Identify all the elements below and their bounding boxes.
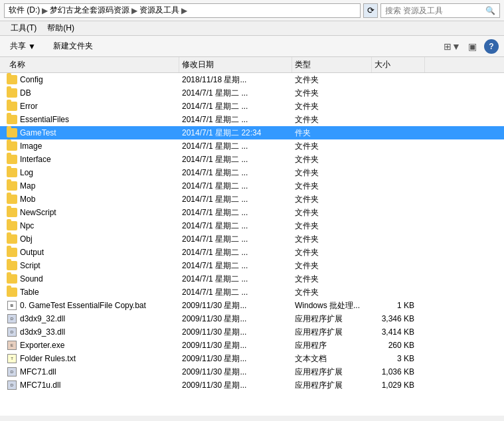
file-name: Folder Rules.txt — [20, 354, 182, 363]
file-size: 260 KB — [375, 341, 428, 350]
address-bar: 软件 (D:) ▶ 梦幻古龙全套源码资源 ▶ 资源及工具 ▶ ⟳ 🔍 — [0, 0, 504, 21]
list-item[interactable]: Interface 2014/7/1 星期二 ... 文件夹 — [0, 153, 504, 166]
list-item[interactable]: Output 2014/7/1 星期二 ... 文件夹 — [0, 246, 504, 259]
pane-toggle-button[interactable]: ▣ — [464, 39, 480, 54]
col-header-size[interactable]: 大小 — [372, 57, 425, 72]
file-icon — [7, 114, 17, 125]
list-item[interactable]: Table 2014/7/1 星期二 ... 文件夹 — [0, 286, 504, 299]
address-path1: 梦幻古龙全套源码资源 — [50, 5, 129, 16]
file-name: Interface — [20, 155, 182, 164]
file-type: 件夹 — [295, 127, 375, 139]
list-item[interactable]: NewScript 2014/7/1 星期二 ... 文件夹 — [0, 206, 504, 219]
file-name: Sound — [20, 274, 182, 284]
file-list[interactable]: Config 2018/11/18 星期... 文件夹 DB 2014/7/1 … — [0, 73, 504, 416]
file-type: 文件夹 — [295, 247, 375, 258]
list-item[interactable]: EssentialFiles 2014/7/1 星期二 ... 文件夹 — [0, 113, 504, 126]
list-item[interactable]: D MFC71.dll 2009/11/30 星期... 应用程序扩展 1,03… — [0, 365, 504, 379]
toolbar-right: ⊞ ▼ ▣ ? — [444, 39, 499, 54]
file-icon — [7, 207, 17, 218]
list-item[interactable]: Script 2014/7/1 星期二 ... 文件夹 — [0, 259, 504, 272]
file-type: 文件夹 — [295, 114, 375, 126]
file-date: 2009/11/30 星期... — [182, 353, 295, 365]
file-icon — [7, 154, 17, 165]
file-icon: D — [7, 313, 17, 324]
list-item[interactable]: E Exporter.exe 2009/11/30 星期... 应用程序 260… — [0, 339, 504, 352]
file-type: 文件夹 — [295, 167, 375, 179]
file-name: MFC71.dll — [20, 367, 182, 377]
file-type: 文件夹 — [295, 194, 375, 205]
list-item[interactable]: Error 2014/7/1 星期二 ... 文件夹 — [0, 100, 504, 113]
share-label: 共享 — [10, 41, 26, 52]
address-software: 软件 (D:) — [9, 5, 40, 16]
col-header-name[interactable]: 名称 — [7, 57, 179, 72]
share-arrow: ▼ — [28, 42, 36, 51]
col-header-type[interactable]: 类型 — [292, 57, 372, 72]
file-date: 2009/11/30 星期... — [182, 300, 295, 311]
file-date: 2009/11/30 星期... — [182, 340, 295, 351]
file-type: 文件夹 — [295, 141, 375, 152]
file-name: Map — [20, 181, 182, 191]
list-item[interactable]: DB 2014/7/1 星期二 ... 文件夹 — [0, 86, 504, 100]
file-icon: E — [7, 340, 17, 351]
file-date: 2014/7/1 星期二 ... — [182, 154, 295, 165]
addr-arrow3: ▶ — [181, 6, 187, 15]
file-name: DB — [20, 88, 182, 98]
list-item[interactable]: T Folder Rules.txt 2009/11/30 星期... 文本文档… — [0, 352, 504, 365]
file-date: 2009/11/30 星期... — [182, 327, 295, 338]
list-item[interactable]: B 0. GameTest EssentialFile Copy.bat 200… — [0, 299, 504, 312]
file-date: 2014/7/1 星期二 ... — [182, 194, 295, 205]
file-type: 应用程序 — [295, 340, 375, 351]
file-icon — [7, 74, 17, 85]
file-date: 2009/11/30 星期... — [182, 313, 295, 325]
addr-arrow1: ▶ — [42, 6, 48, 15]
file-name: d3dx9_32.dll — [20, 314, 182, 323]
view-toggle-button[interactable]: ⊞ ▼ — [444, 39, 460, 54]
search-box[interactable]: 🔍 — [380, 3, 500, 18]
list-item[interactable]: Sound 2014/7/1 星期二 ... 文件夹 — [0, 272, 504, 286]
addr-arrow2: ▶ — [131, 6, 137, 15]
file-date: 2014/7/1 星期二 ... — [182, 207, 295, 218]
list-item[interactable]: GameTest 2014/7/1 星期二 22:34 件夹 — [0, 126, 504, 139]
list-item[interactable]: Npc 2014/7/1 星期二 ... 文件夹 — [0, 219, 504, 232]
list-item[interactable]: Image 2014/7/1 星期二 ... 文件夹 — [0, 139, 504, 153]
new-folder-button[interactable]: 新建文件夹 — [48, 38, 98, 54]
list-item[interactable]: Log 2014/7/1 星期二 ... 文件夹 — [0, 166, 504, 179]
column-headers: 名称 修改日期 类型 大小 — [0, 57, 504, 73]
share-button[interactable]: 共享 ▼ — [5, 38, 41, 54]
list-item[interactable]: D d3dx9_32.dll 2009/11/30 星期... 应用程序扩展 3… — [0, 312, 504, 325]
help-button[interactable]: ? — [484, 39, 499, 54]
file-name: Log — [20, 168, 182, 177]
file-date: 2014/7/1 星期二 ... — [182, 167, 295, 179]
search-icon[interactable]: 🔍 — [485, 6, 495, 15]
list-item[interactable]: Obj 2014/7/1 星期二 ... 文件夹 — [0, 232, 504, 246]
file-name: Obj — [20, 234, 182, 244]
list-item[interactable]: Map 2014/7/1 星期二 ... 文件夹 — [0, 179, 504, 193]
file-date: 2014/7/1 星期二 ... — [182, 141, 295, 152]
refresh-button[interactable]: ⟳ — [363, 3, 378, 18]
file-icon — [7, 194, 17, 205]
col-header-date[interactable]: 修改日期 — [179, 57, 292, 72]
file-icon: B — [7, 300, 17, 311]
file-type: Windows 批处理... — [295, 300, 375, 311]
file-size: 3 KB — [375, 354, 428, 363]
file-icon — [7, 260, 17, 271]
file-date: 2014/7/1 星期二 ... — [182, 88, 295, 99]
list-item[interactable]: D MFC71u.dll 2009/11/30 星期... 应用程序扩展 1,0… — [0, 379, 504, 392]
file-icon — [7, 220, 17, 231]
list-item[interactable]: D d3dx9_33.dll 2009/11/30 星期... 应用程序扩展 3… — [0, 325, 504, 339]
list-item[interactable]: Mob 2014/7/1 星期二 ... 文件夹 — [0, 193, 504, 206]
address-path[interactable]: 软件 (D:) ▶ 梦幻古龙全套源码资源 ▶ 资源及工具 ▶ — [4, 3, 361, 18]
file-date: 2014/7/1 星期二 ... — [182, 114, 295, 126]
file-icon — [7, 287, 17, 297]
menu-help[interactable]: 帮助(H) — [42, 21, 80, 35]
menu-tools[interactable]: 工具(T) — [5, 21, 42, 35]
file-type: 文件夹 — [295, 101, 375, 112]
file-type: 文件夹 — [295, 181, 375, 192]
file-date: 2014/7/1 星期二 ... — [182, 287, 295, 298]
file-date: 2014/7/1 星期二 ... — [182, 181, 295, 192]
file-date: 2014/7/1 星期二 ... — [182, 247, 295, 258]
list-item[interactable]: Config 2018/11/18 星期... 文件夹 — [0, 73, 504, 86]
file-type: 文本文档 — [295, 353, 375, 365]
file-date: 2014/7/1 星期二 ... — [182, 274, 295, 285]
search-input[interactable] — [385, 6, 478, 15]
